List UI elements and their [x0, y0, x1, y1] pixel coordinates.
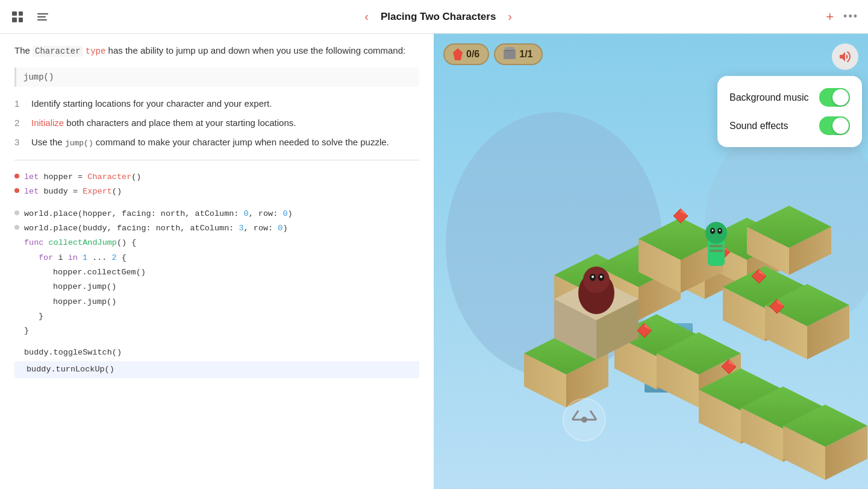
code-line-9: hopper.jump() — [14, 295, 419, 309]
svg-point-73 — [719, 230, 721, 232]
add-button[interactable]: + — [826, 9, 834, 25]
main-content: The Character type has the ability to ju… — [0, 34, 868, 489]
sound-effects-toggle[interactable] — [819, 116, 850, 135]
svg-rect-75 — [710, 250, 723, 252]
code-dot-1 — [14, 174, 19, 178]
svg-point-69 — [705, 222, 727, 244]
gems-count: 0/6 — [466, 49, 479, 60]
code-line-3: world.place(hopper, facing: north, atCol… — [14, 207, 419, 221]
svg-point-72 — [712, 230, 714, 232]
gem-icon — [453, 48, 463, 60]
character-code: Character — [33, 46, 83, 57]
top-bar: ‹ Placing Two Characters › + ••• — [0, 0, 868, 34]
speaker-icon — [838, 49, 852, 64]
code-line-6: for i in 1 ... 2 { — [14, 251, 419, 265]
next-button[interactable]: › — [503, 7, 517, 26]
code-line-1: let hopper = Character() — [14, 170, 419, 185]
code-line-7: hopper.collectGem() — [14, 265, 419, 280]
right-panel: 0/6 1/1 Background music — [434, 34, 868, 489]
type-keyword: type — [86, 46, 106, 56]
list-view-button[interactable] — [35, 9, 51, 25]
code-dot-3 — [14, 210, 19, 215]
svg-rect-74 — [710, 245, 723, 247]
gems-counter: 0/6 — [443, 43, 489, 65]
code-area: let hopper = Character() let buddy = Exp… — [14, 170, 419, 378]
bg-music-toggle[interactable] — [819, 88, 850, 107]
step-1: 1 Identify starting locations for your c… — [14, 96, 419, 111]
bg-music-label: Background music — [729, 92, 809, 103]
code-dot-4 — [14, 225, 19, 230]
svg-point-67 — [600, 276, 602, 278]
intro-text: The Character type has the ability to ju… — [14, 43, 419, 58]
code-line-8: hopper.jump() — [14, 280, 419, 294]
svg-point-66 — [592, 276, 594, 278]
grid-view-button[interactable] — [10, 9, 25, 25]
code-line-5: func collectAndJump() { — [14, 236, 419, 250]
step-3: 3 Use the jump() command to make your ch… — [14, 135, 419, 150]
code-spacer-2 — [14, 338, 419, 345]
top-bar-center: ‹ Placing Two Characters › — [51, 7, 826, 26]
chest-count: 1/1 — [519, 49, 532, 60]
code-line-11: } — [14, 324, 419, 338]
code-line-13: buddy.turnLockUp() — [14, 361, 419, 378]
sound-effects-label: Sound effects — [729, 121, 788, 131]
sound-popup: Background music Sound effects — [717, 76, 862, 147]
prev-button[interactable]: ‹ — [360, 7, 373, 26]
left-panel: The Character type has the ability to ju… — [0, 34, 434, 489]
jump-command: jump() — [23, 72, 54, 82]
top-bar-left — [10, 9, 51, 25]
code-dot-2 — [14, 188, 19, 193]
top-bar-right: + ••• — [826, 9, 858, 25]
chest-icon — [504, 49, 516, 59]
steps-list: 1 Identify starting locations for your c… — [14, 96, 419, 150]
code-line-2: let buddy = Expert() — [14, 185, 419, 199]
bg-music-row: Background music — [729, 83, 850, 112]
chest-counter: 1/1 — [494, 43, 542, 65]
lesson-title: Placing Two Characters — [381, 11, 496, 23]
svg-point-63 — [583, 267, 610, 293]
list-icon — [37, 11, 48, 22]
code-spacer-1 — [14, 200, 419, 207]
code-line-10: } — [14, 309, 419, 324]
code-line-4: world.place(buddy, facing: north, atColu… — [14, 221, 419, 236]
step-2: 2 Initialize both characters and place t… — [14, 116, 419, 130]
code-line-12: buddy.toggleSwitch() — [14, 345, 419, 360]
sound-button[interactable] — [832, 43, 858, 70]
svg-point-80 — [581, 417, 587, 423]
jump-command-block: jump() — [14, 68, 419, 87]
divider — [14, 160, 419, 160]
sound-effects-row: Sound effects — [729, 112, 850, 140]
more-button[interactable]: ••• — [843, 10, 858, 23]
grid-icon — [12, 11, 23, 22]
hud: 0/6 1/1 — [443, 43, 543, 65]
